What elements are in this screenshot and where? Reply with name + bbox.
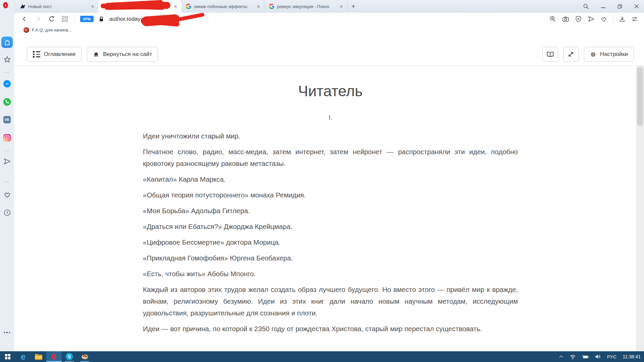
- skype-icon: S: [66, 353, 73, 360]
- taskbar: e S РУС 11:38:41: [0, 351, 644, 362]
- easy-setup-sliders-icon[interactable]: [631, 16, 638, 22]
- tab-new-post[interactable]: Новый пост ✕: [15, 0, 98, 13]
- author-today-icon: [20, 4, 25, 9]
- opera-logo-icon: [3, 2, 8, 8]
- sidebar-item-speed-dial[interactable]: [1, 37, 13, 48]
- close-icon[interactable]: ✕: [338, 4, 344, 9]
- messenger-icon: [3, 80, 11, 88]
- reader-toolbar: Оглавление Вернуться на сайт Настройки: [14, 35, 644, 66]
- redaction-scribble-url: [141, 14, 211, 28]
- bookmark-item[interactable]: F.A.Q. для начина...: [32, 27, 72, 33]
- download-icon[interactable]: [619, 16, 626, 22]
- divider: [613, 16, 613, 22]
- vpn-badge[interactable]: VPN: [80, 16, 94, 22]
- battery-icon[interactable]: [582, 355, 589, 359]
- file-explorer-icon: [35, 354, 42, 360]
- paragraph: Идеи уничтожили старый мир.: [143, 130, 518, 142]
- start-button[interactable]: [0, 351, 15, 362]
- language-indicator[interactable]: РУС: [607, 354, 617, 359]
- scrollbar-thumb[interactable]: [637, 67, 643, 126]
- window-controls: [583, 0, 639, 13]
- star-icon: [3, 56, 11, 63]
- restore-icon[interactable]: [617, 4, 623, 9]
- settings-button[interactable]: Настройки: [584, 47, 634, 62]
- taskbar-app-opera[interactable]: [46, 351, 62, 362]
- paragraph: «Цифровое Бессмертие» доктора Морица.: [143, 236, 518, 248]
- divider: [4, 181, 10, 182]
- sidebar-more-dots-icon[interactable]: [0, 332, 14, 333]
- speaker-icon[interactable]: [595, 354, 601, 359]
- paragraph: «Прикладная Гомофобия» Юргена Беобахера.: [143, 252, 518, 264]
- settings-label: Настройки: [600, 51, 628, 58]
- reading-mode-button[interactable]: [542, 47, 558, 62]
- google-icon: [269, 4, 274, 9]
- zoom-in-icon[interactable]: [549, 15, 556, 22]
- camera-icon[interactable]: [562, 15, 569, 22]
- sidebar-item-likes[interactable]: [0, 191, 14, 198]
- speed-dial-grid-icon[interactable]: [62, 16, 68, 22]
- document-title: Читатель: [143, 82, 518, 100]
- heart-icon[interactable]: [600, 16, 607, 22]
- google-icon: [186, 4, 191, 9]
- paragraph: Каждый из авторов этих трудов желал созд…: [143, 284, 518, 319]
- back-icon[interactable]: [21, 16, 28, 22]
- toc-button[interactable]: Оглавление: [27, 47, 82, 62]
- close-icon[interactable]: ✕: [173, 4, 178, 9]
- paragraph: «Есть, чтобы жить» Абобы Мпонго.: [143, 268, 518, 280]
- sidebar-item-vk[interactable]: VK: [0, 116, 14, 123]
- lock-icon[interactable]: [98, 16, 105, 22]
- sidebar-item-whatsapp[interactable]: [0, 98, 14, 106]
- bookmarks-bar: G F.A.Q. для начина...: [14, 25, 644, 35]
- tab-title: реверс эякуляция - Поиск: [277, 4, 336, 9]
- back-to-site-label: Вернуться на сайт: [103, 51, 152, 58]
- tab-search-2[interactable]: реверс эякуляция - Поиск ✕: [264, 0, 347, 13]
- sidebar-item-bookmarks[interactable]: [0, 56, 14, 63]
- divider: [4, 72, 10, 73]
- toc-button-label: Оглавление: [44, 51, 76, 58]
- shield-off-icon[interactable]: [575, 15, 582, 22]
- close-icon[interactable]: ✕: [256, 4, 261, 9]
- sidebar-item-my-flow[interactable]: [0, 158, 14, 165]
- scrollbar[interactable]: [636, 66, 644, 351]
- sidebar-item-history[interactable]: [0, 209, 14, 217]
- book-icon: [546, 51, 554, 58]
- fullscreen-button[interactable]: [563, 47, 579, 62]
- sidebar-item-instagram[interactable]: [0, 134, 14, 141]
- opera-icon: [52, 354, 56, 360]
- edge-icon: e: [21, 352, 25, 361]
- wifi-icon[interactable]: [570, 354, 576, 359]
- divider: [4, 150, 10, 151]
- reader-content: Читатель I. Идеи уничтожили старый мир. …: [14, 66, 644, 351]
- chevron-up-icon[interactable]: [559, 355, 564, 359]
- clock[interactable]: 11:38:41: [623, 354, 641, 359]
- paragraph: «Моя Борьба» Адольфа Гитлера.: [143, 205, 518, 217]
- faq-coin-favicon: G: [23, 27, 29, 33]
- sidebar-item-messenger[interactable]: [0, 80, 14, 88]
- close-icon[interactable]: ✕: [90, 4, 96, 9]
- gear-icon: [590, 51, 596, 58]
- taskbar-app-edge[interactable]: e: [15, 351, 31, 362]
- chapter-heading: I.: [143, 114, 518, 121]
- taskbar-app-paint[interactable]: [77, 351, 93, 362]
- tab-search-1[interactable]: омник побочные эффекты ✕: [181, 0, 264, 13]
- taskbar-app-skype[interactable]: S: [62, 351, 77, 362]
- tab-title: омник побочные эффекты: [194, 4, 253, 9]
- new-tab-button[interactable]: +: [347, 0, 359, 13]
- windows-start-icon: [5, 354, 10, 359]
- redaction-scribble-tab: [101, 1, 173, 11]
- close-icon[interactable]: [634, 4, 639, 9]
- vk-icon: VK: [3, 116, 11, 123]
- instagram-icon: [3, 134, 11, 141]
- paragraph: «Капитал» Карла Маркса.: [143, 173, 518, 185]
- paragraph: Идеи — вот причина, по которой к 2350 го…: [143, 323, 518, 335]
- taskbar-app-file-explorer[interactable]: [31, 351, 46, 362]
- forward-icon[interactable]: [35, 16, 41, 22]
- search-icon[interactable]: [583, 3, 589, 10]
- back-to-site-button[interactable]: Вернуться на сайт: [87, 47, 158, 62]
- address-bar-actions: [549, 13, 638, 25]
- flow-plane-icon[interactable]: [588, 15, 595, 22]
- home-icon: [93, 51, 99, 57]
- minimize-icon[interactable]: [601, 4, 606, 9]
- reload-icon[interactable]: [48, 16, 55, 22]
- heart-icon: [3, 191, 11, 198]
